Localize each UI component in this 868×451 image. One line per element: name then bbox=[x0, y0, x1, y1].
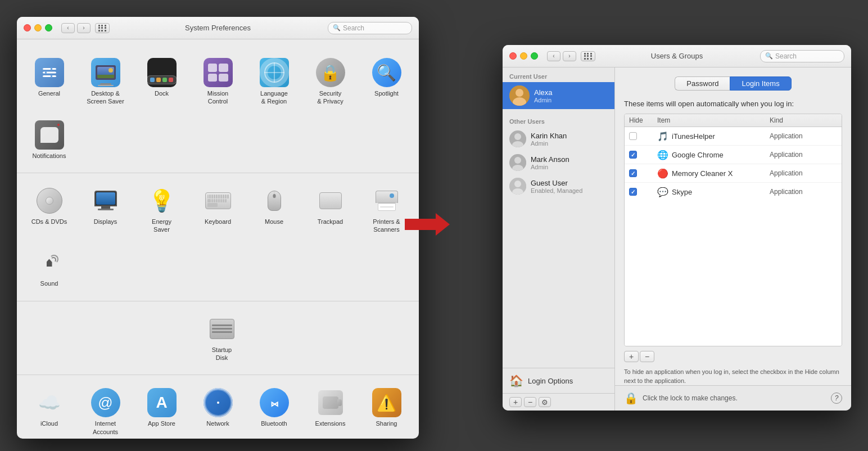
skype-kind: Application bbox=[770, 188, 837, 196]
icloud-label: iCloud bbox=[40, 420, 58, 427]
help-button[interactable]: ? bbox=[831, 393, 842, 404]
tab-login-items[interactable]: Login Items bbox=[730, 76, 791, 91]
grid-view-button[interactable] bbox=[95, 23, 110, 33]
pref-cds[interactable]: CDs & DVDs bbox=[24, 182, 75, 238]
ug-login-options[interactable]: 🏠 Login Options bbox=[503, 368, 614, 393]
back-button[interactable]: ‹ bbox=[61, 23, 75, 33]
printers-label: Printers &Scanners bbox=[373, 218, 400, 234]
ug-forward-button[interactable]: › bbox=[563, 51, 576, 61]
keyboard-icon bbox=[204, 186, 233, 215]
remove-user-button[interactable]: − bbox=[524, 397, 536, 407]
ug-user-guest[interactable]: Guest User Enabled, Managed bbox=[503, 174, 614, 198]
pref-trackpad[interactable]: Trackpad bbox=[305, 182, 356, 238]
startup-icon bbox=[207, 314, 237, 344]
pref-internet[interactable]: @ InternetAccounts bbox=[80, 384, 131, 439]
pref-printers[interactable]: Printers &Scanners bbox=[361, 182, 412, 238]
itunes-name: iTunesHelper bbox=[672, 132, 715, 141]
ug-traffic-lights bbox=[509, 52, 538, 60]
sound-icon bbox=[35, 248, 64, 277]
pref-desktop[interactable]: Desktop &Screen Saver bbox=[80, 53, 131, 110]
remove-login-item-button[interactable]: − bbox=[640, 351, 654, 362]
pref-extensions[interactable]: Extensions bbox=[305, 384, 356, 439]
pref-startup[interactable]: StartupDisk bbox=[200, 310, 245, 367]
app-cell-chrome: 🌐 Google Chrome bbox=[657, 149, 770, 160]
ug-search-placeholder: Search bbox=[775, 52, 797, 60]
pref-security[interactable]: 🔒 Security& Privacy bbox=[305, 53, 356, 110]
table-row[interactable]: 💬 Skype Application bbox=[625, 183, 842, 201]
pref-spotlight[interactable]: 🔍 Spotlight bbox=[361, 53, 412, 110]
pref-displays[interactable]: Displays bbox=[80, 182, 131, 238]
hide-checkbox-memory[interactable] bbox=[629, 169, 657, 177]
ug-user-karin[interactable]: Karin Khan Admin bbox=[503, 127, 614, 151]
hide-checkbox-chrome[interactable] bbox=[629, 151, 657, 159]
appstore-icon: A bbox=[147, 388, 177, 417]
pref-keyboard[interactable]: Keyboard bbox=[193, 182, 243, 238]
ug-back-button[interactable]: ‹ bbox=[547, 51, 560, 61]
pref-icloud[interactable]: ☁️ iCloud bbox=[24, 384, 75, 439]
pref-sharing[interactable]: ⚠️ Sharing bbox=[361, 384, 412, 439]
pref-mission[interactable]: MissionControl bbox=[193, 53, 243, 110]
pref-language[interactable]: Language& Region bbox=[249, 53, 300, 110]
table-row[interactable]: 🔴 Memory Cleaner X Application bbox=[625, 164, 842, 183]
table-row[interactable]: 🎵 iTunesHelper Application bbox=[625, 127, 842, 146]
pref-bluetooth[interactable]: ⨝ Bluetooth bbox=[249, 384, 300, 439]
chrome-icon: 🌐 bbox=[657, 149, 668, 160]
cds-label: CDs & DVDs bbox=[31, 218, 67, 226]
pref-mouse[interactable]: Mouse bbox=[249, 182, 300, 238]
user-options-button[interactable]: ⚙ bbox=[539, 397, 551, 407]
cds-icon bbox=[35, 186, 64, 215]
sharing-icon: ⚠️ bbox=[372, 388, 401, 417]
tab-password[interactable]: Password bbox=[675, 76, 730, 91]
pref-dock[interactable]: Dock bbox=[137, 53, 187, 110]
ug-close-button[interactable] bbox=[509, 52, 517, 60]
internet-icon: @ bbox=[91, 388, 120, 417]
ug-grid-button[interactable] bbox=[581, 51, 595, 61]
app-cell-skype: 💬 Skype bbox=[657, 186, 770, 197]
ug-search[interactable]: 🔍 Search bbox=[760, 50, 844, 62]
printers-icon bbox=[372, 186, 401, 215]
hide-checkbox-skype[interactable] bbox=[629, 188, 657, 196]
icloud-icon: ☁️ bbox=[35, 388, 64, 417]
ug-tabs: Password Login Items bbox=[624, 76, 842, 91]
pref-general[interactable]: General bbox=[24, 53, 75, 110]
pref-energy[interactable]: 💡 EnergySaver bbox=[137, 182, 187, 238]
svg-point-13 bbox=[516, 89, 523, 97]
ug-table-header: Hide Item Kind bbox=[625, 114, 842, 127]
hide-checkbox-chrome-box[interactable] bbox=[629, 151, 637, 159]
ug-user-mark[interactable]: Mark Anson Admin bbox=[503, 151, 614, 174]
ug-table-body: 🎵 iTunesHelper Application 🌐 Google Chro… bbox=[625, 127, 842, 346]
add-user-button[interactable]: + bbox=[509, 397, 522, 407]
svg-rect-0 bbox=[43, 68, 56, 70]
other-users-label: Other Users bbox=[503, 112, 614, 127]
ug-lock-bar: 🔒 Click the lock to make changes. ? bbox=[615, 385, 851, 411]
ug-user-guest-avatar bbox=[509, 178, 526, 195]
sysprefs-title: System Preferences bbox=[185, 24, 251, 32]
ug-maximize-button[interactable] bbox=[531, 52, 538, 60]
pref-network[interactable]: Network bbox=[193, 384, 243, 439]
current-user-label: Current User bbox=[503, 67, 614, 82]
pref-sound[interactable]: Sound bbox=[24, 243, 75, 292]
ug-user-guest-role: Enabled, Managed bbox=[531, 187, 582, 194]
hide-checkbox-memory-box[interactable] bbox=[629, 169, 637, 177]
forward-button[interactable]: › bbox=[77, 23, 91, 33]
sysprefs-search[interactable]: 🔍 Search bbox=[328, 22, 412, 34]
app-cell-itunes: 🎵 iTunesHelper bbox=[657, 130, 770, 142]
minimize-button[interactable] bbox=[34, 24, 42, 31]
hide-checkbox-itunes[interactable] bbox=[629, 132, 657, 140]
maximize-button[interactable] bbox=[45, 24, 52, 31]
table-row[interactable]: 🌐 Google Chrome Application bbox=[625, 146, 842, 164]
extensions-icon bbox=[316, 388, 345, 417]
spotlight-label: Spotlight bbox=[374, 89, 399, 97]
pref-notifications[interactable]: Notifications bbox=[24, 116, 75, 164]
dock-icon bbox=[147, 58, 177, 87]
ug-current-user-item[interactable]: Alexa Admin bbox=[503, 82, 614, 109]
mission-label: MissionControl bbox=[207, 89, 228, 106]
close-button[interactable] bbox=[24, 24, 31, 31]
ug-hint: To hide an application when you log in, … bbox=[624, 368, 842, 385]
header-hide: Hide bbox=[629, 116, 657, 124]
add-login-item-button[interactable]: + bbox=[624, 351, 639, 362]
hide-checkbox-itunes-box[interactable] bbox=[629, 132, 637, 140]
pref-appstore[interactable]: A App Store bbox=[137, 384, 187, 439]
hide-checkbox-skype-box[interactable] bbox=[629, 188, 637, 196]
ug-minimize-button[interactable] bbox=[520, 52, 527, 60]
